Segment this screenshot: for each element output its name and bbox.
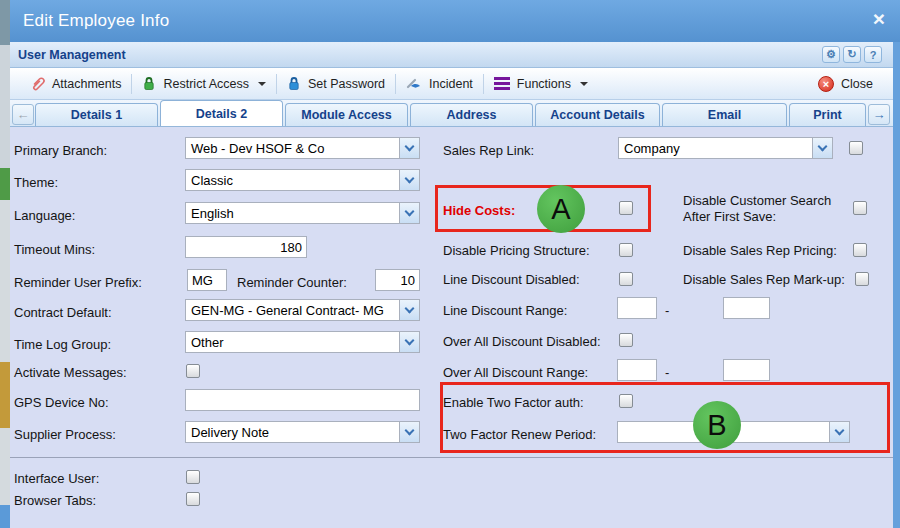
tab-bar: ← Details 1 Details 2 Module Access Addr…: [10, 100, 893, 127]
time-log-group-select[interactable]: Other: [185, 331, 420, 353]
disable-sales-rep-pricing-checkbox[interactable]: [853, 243, 867, 257]
annotation-box-b: [440, 382, 890, 453]
section-divider: [10, 457, 893, 458]
close-button[interactable]: × Close: [808, 72, 883, 96]
primary-branch-label: Primary Branch:: [14, 143, 107, 159]
disable-customer-search-checkbox[interactable]: [853, 201, 867, 215]
range-dash: -: [665, 303, 669, 319]
tab-scroll-right-icon[interactable]: →: [868, 104, 890, 125]
sales-rep-link-checkbox[interactable]: [849, 141, 863, 155]
supplier-process-select[interactable]: Delivery Note: [185, 421, 420, 443]
line-discount-disabled-checkbox[interactable]: [619, 272, 633, 286]
chevron-down-icon[interactable]: [399, 332, 419, 352]
language-label: Language:: [14, 208, 75, 224]
close-circle-icon: ×: [818, 76, 834, 92]
paperclip-icon: [30, 76, 45, 92]
dialog-title: Edit Employee Info: [10, 11, 169, 31]
gps-device-no-label: GPS Device No:: [14, 395, 109, 411]
disable-sales-rep-pricing-label: Disable Sales Rep Pricing:: [683, 243, 837, 259]
reminder-counter-input[interactable]: [375, 269, 420, 291]
attachments-button[interactable]: Attachments: [20, 72, 131, 96]
timeout-mins-input[interactable]: [185, 236, 307, 258]
chevron-down-icon: [580, 82, 588, 86]
gps-device-no-input[interactable]: [185, 389, 420, 411]
tab-print[interactable]: Print: [789, 103, 866, 126]
sales-rep-link-label: Sales Rep Link:: [443, 143, 534, 159]
incident-button[interactable]: Incident: [396, 72, 483, 96]
line-discount-range-label: Line Discount Range:: [443, 303, 567, 319]
form-area: Primary Branch: Web - Dev HSOF & Co Them…: [10, 127, 893, 528]
panel-tools: ⚙ ↻ ?: [822, 46, 893, 63]
reminder-user-prefix-label: Reminder User Prefix:: [14, 275, 142, 291]
disable-pricing-structure-checkbox[interactable]: [619, 243, 633, 257]
tab-details-2[interactable]: Details 2: [160, 100, 283, 126]
annotation-circle-a: A: [537, 185, 585, 233]
tab-email[interactable]: Email: [662, 103, 787, 126]
theme-select[interactable]: Classic: [185, 169, 420, 191]
close-icon[interactable]: ×: [873, 7, 885, 31]
line-discount-range-to-input[interactable]: [723, 297, 770, 319]
incident-icon: [406, 77, 422, 90]
green-lock-icon: [142, 76, 156, 91]
tab-module-access[interactable]: Module Access: [285, 103, 408, 126]
refresh-icon[interactable]: ↻: [843, 46, 861, 63]
chevron-down-icon[interactable]: [399, 170, 419, 190]
contract-default-select[interactable]: GEN-MG - General Contract- MG: [185, 299, 420, 321]
browser-tabs-checkbox[interactable]: [186, 492, 200, 506]
over-all-discount-range-to-input[interactable]: [723, 359, 770, 381]
over-all-discount-range-label: Over All Discount Range:: [443, 365, 588, 381]
set-password-button[interactable]: Set Password: [277, 72, 395, 96]
restrict-access-button[interactable]: Restrict Access: [132, 72, 275, 96]
line-discount-range-from-input[interactable]: [617, 297, 657, 319]
disable-customer-search-label: Disable Customer Search After First Save…: [683, 193, 845, 225]
activate-messages-checkbox[interactable]: [186, 364, 200, 378]
toolbar: Attachments Restrict Access Set Password: [10, 68, 893, 100]
sales-rep-link-select[interactable]: Company: [618, 137, 833, 159]
tab-scroll-left-icon[interactable]: ←: [12, 104, 34, 125]
gear-icon[interactable]: ⚙: [822, 46, 840, 63]
over-all-discount-range-from-input[interactable]: [617, 359, 657, 381]
tab-account-details[interactable]: Account Details: [535, 103, 660, 126]
panel-title: User Management: [10, 48, 126, 62]
tab-address[interactable]: Address: [410, 103, 533, 126]
reminder-user-prefix-input[interactable]: [187, 269, 227, 291]
chevron-down-icon[interactable]: [399, 300, 419, 320]
blue-lock-icon: [287, 76, 301, 91]
chevron-down-icon[interactable]: [399, 138, 419, 158]
activate-messages-label: Activate Messages:: [14, 365, 127, 381]
edit-employee-dialog: Edit Employee Info × User Management ⚙ ↻…: [10, 0, 900, 528]
dialog-body: User Management ⚙ ↻ ? Attachments Restri…: [10, 42, 900, 528]
line-discount-disabled-label: Line Discount Disabled:: [443, 272, 580, 288]
interface-user-label: Interface User:: [14, 471, 99, 487]
disable-sales-rep-markup-label: Disable Sales Rep Mark-up:: [683, 272, 845, 288]
chevron-down-icon[interactable]: [812, 138, 832, 158]
reminder-counter-label: Reminder Counter:: [237, 275, 347, 291]
chevron-down-icon[interactable]: [399, 203, 419, 223]
disable-sales-rep-markup-checkbox[interactable]: [855, 272, 869, 286]
theme-label: Theme:: [14, 175, 58, 191]
timeout-mins-label: Timeout Mins:: [14, 242, 95, 258]
functions-menu-icon: [494, 77, 510, 80]
chevron-down-icon[interactable]: [399, 422, 419, 442]
contract-default-label: Contract Default:: [14, 305, 112, 321]
disable-pricing-structure-label: Disable Pricing Structure:: [443, 243, 590, 259]
over-all-discount-disabled-checkbox[interactable]: [619, 333, 633, 347]
chevron-down-icon: [258, 82, 266, 86]
time-log-group-label: Time Log Group:: [14, 337, 111, 353]
functions-button[interactable]: Functions: [484, 72, 598, 96]
supplier-process-label: Supplier Process:: [14, 427, 116, 443]
interface-user-checkbox[interactable]: [186, 470, 200, 484]
language-select[interactable]: English: [185, 202, 420, 224]
annotation-circle-b: B: [693, 401, 741, 449]
over-all-discount-disabled-label: Over All Discount Disabled:: [443, 334, 601, 350]
panel-header: User Management ⚙ ↻ ?: [10, 42, 893, 68]
primary-branch-select[interactable]: Web - Dev HSOF & Co: [185, 137, 420, 159]
dialog-titlebar: Edit Employee Info ×: [10, 0, 900, 42]
tab-details-1[interactable]: Details 1: [35, 103, 158, 126]
help-icon[interactable]: ?: [864, 46, 882, 63]
range-dash: -: [665, 365, 669, 381]
browser-tabs-label: Browser Tabs:: [14, 493, 96, 509]
